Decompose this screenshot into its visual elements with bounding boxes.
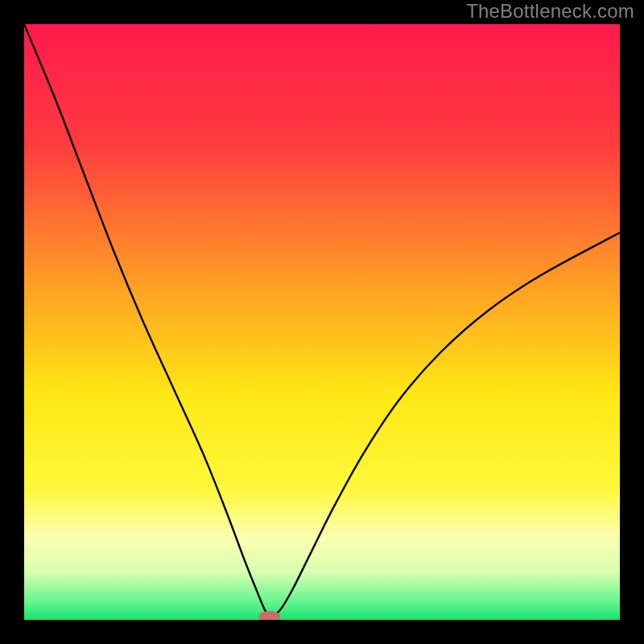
chart-stage: TheBottleneck.com xyxy=(0,0,644,644)
watermark-text: TheBottleneck.com xyxy=(466,0,634,23)
plot-area xyxy=(24,24,620,620)
plot-svg xyxy=(24,24,620,620)
